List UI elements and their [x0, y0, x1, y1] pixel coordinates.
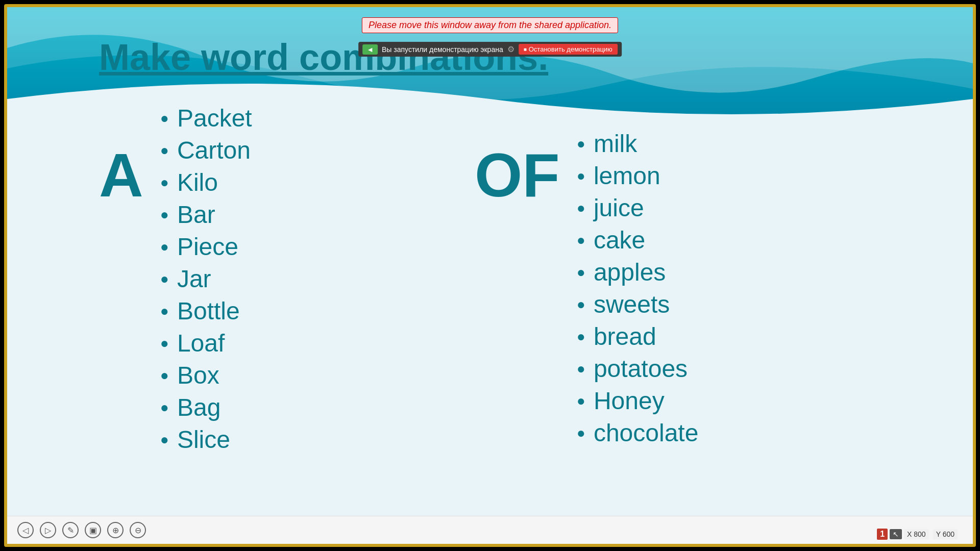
coords-display: 1 ↖ X 800 Y 600 — [877, 529, 958, 540]
right-list-item: cake — [577, 226, 881, 254]
letter-of: OF — [475, 140, 556, 210]
right-list-item: potatoes — [577, 355, 881, 383]
left-list-item: Loaf — [160, 329, 464, 357]
notification-bar: Please move this window away from the sh… — [362, 17, 618, 33]
left-list-item: Packet — [160, 104, 464, 132]
forward-icon[interactable]: ▷ — [40, 522, 56, 538]
left-list: PacketCartonKiloBarPieceJarBottleLoafBox… — [160, 104, 464, 458]
slide-container: Please move this window away from the sh… — [7, 7, 973, 544]
notification-text: Please move this window away from the sh… — [369, 20, 611, 30]
left-list-item: Slice — [160, 425, 464, 454]
y-coord: Y 600 — [933, 529, 958, 539]
right-list-item: lemon — [577, 162, 881, 190]
left-list-item: Piece — [160, 233, 464, 261]
letter-a: A — [99, 140, 150, 210]
left-list-item: Bar — [160, 201, 464, 229]
grid-icon[interactable]: ▣ — [85, 522, 101, 538]
left-list-item: Carton — [160, 136, 464, 164]
screen-share-text: Вы запустили демонстрацию экрана — [382, 45, 503, 54]
outer-frame: Please move this window away from the sh… — [4, 4, 976, 547]
left-list-item: Kilo — [160, 168, 464, 196]
back-icon[interactable]: ◁ — [17, 522, 34, 538]
edit-icon[interactable]: ✎ — [62, 522, 79, 538]
right-list-item: juice — [577, 194, 881, 222]
right-list-item: apples — [577, 258, 881, 286]
left-list-item: Bag — [160, 393, 464, 421]
left-list-item: Box — [160, 361, 464, 389]
x-coord: X 800 — [904, 529, 929, 539]
left-list-item: Bottle — [160, 297, 464, 325]
bottom-toolbar: ◁ ▷ ✎ ▣ ⊕ ⊖ — [7, 516, 973, 544]
screen-share-toolbar[interactable]: ◄ Вы запустили демонстрацию экрана ⚙ Ост… — [358, 42, 622, 57]
right-list-item: chocolate — [577, 419, 881, 447]
zoom-out-icon[interactable]: ⊖ — [130, 522, 146, 538]
slide-number: 1 — [877, 529, 888, 540]
right-list: milklemonjuicecakeapplessweetsbreadpotat… — [577, 130, 881, 451]
content-area: A PacketCartonKiloBarPieceJarBottleLoafB… — [99, 99, 881, 513]
right-list-item: Honey — [577, 387, 881, 415]
left-list-item: Jar — [160, 265, 464, 293]
right-list-item: milk — [577, 130, 881, 158]
gear-icon: ⚙ — [507, 44, 514, 54]
stop-share-button[interactable]: Остановить демонстрацию — [519, 44, 618, 55]
cursor-icon: ↖ — [890, 529, 902, 539]
zoom-in-icon[interactable]: ⊕ — [107, 522, 124, 538]
right-list-item: bread — [577, 322, 881, 350]
screen-share-back-button[interactable]: ◄ — [362, 44, 378, 55]
right-list-item: sweets — [577, 290, 881, 318]
